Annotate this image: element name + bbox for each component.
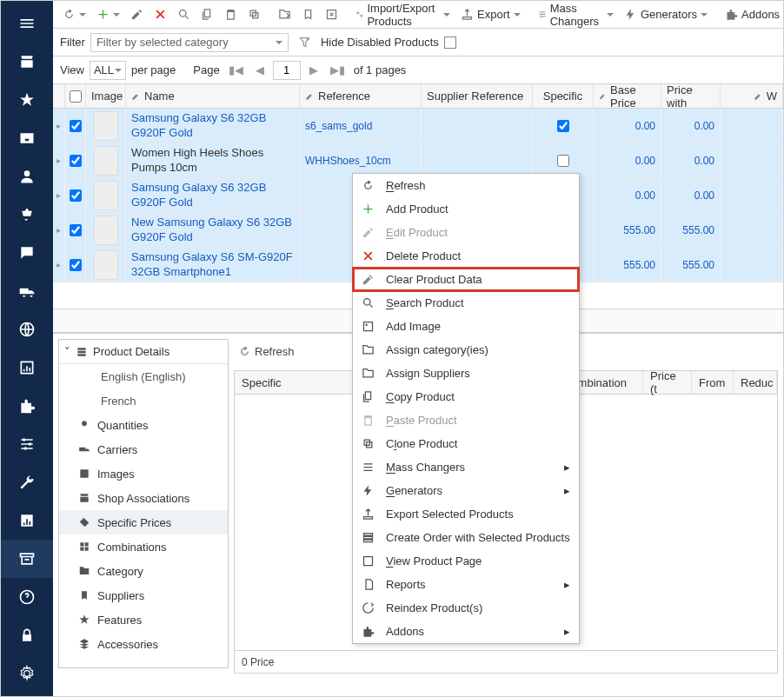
menu-create-order-with-selected-products[interactable]: Create Order with Selected Products bbox=[353, 526, 579, 549]
pager-last[interactable]: ▶▮ bbox=[327, 63, 349, 76]
product-name-link[interactable]: Samsung Galaxy S6 SM-G920F 32GB Smartpho… bbox=[131, 250, 294, 279]
row-checkbox[interactable] bbox=[70, 155, 82, 167]
nav-puzzle[interactable] bbox=[1, 387, 53, 425]
detail-item-quantities[interactable]: Quantities bbox=[59, 413, 228, 437]
menu-search-product[interactable]: Search Product bbox=[353, 291, 579, 315]
detail-col[interactable]: Price (t bbox=[643, 371, 692, 394]
detail-item-carriers[interactable]: Carriers bbox=[59, 437, 228, 461]
expand-icon[interactable]: ▸ bbox=[53, 178, 65, 212]
nav-stats[interactable] bbox=[1, 348, 53, 387]
pager-prev[interactable]: ◀ bbox=[252, 63, 268, 76]
pager-first[interactable]: ▮◀ bbox=[225, 63, 247, 76]
search-button[interactable] bbox=[173, 5, 195, 23]
nav-lock[interactable] bbox=[1, 616, 53, 654]
assign-sup-button[interactable] bbox=[297, 5, 319, 23]
nav-truck[interactable] bbox=[1, 272, 53, 310]
col-image[interactable]: Image bbox=[86, 84, 126, 108]
expand-icon[interactable]: ▸ bbox=[53, 213, 65, 247]
add-button[interactable] bbox=[92, 5, 124, 23]
col-reference[interactable]: Reference bbox=[300, 84, 422, 108]
nav-chat[interactable] bbox=[1, 234, 53, 272]
clone-button[interactable] bbox=[243, 5, 265, 23]
nav-shop[interactable] bbox=[1, 43, 53, 81]
nav-user[interactable] bbox=[1, 157, 53, 196]
menu-clear-product-data[interactable]: Clear Product Data bbox=[353, 268, 579, 291]
product-name-link[interactable]: Samsung Galaxy S6 32GB G920F Gold bbox=[131, 111, 294, 140]
menu-assign-category-ies-[interactable]: Assign category(ies) bbox=[353, 338, 579, 362]
nav-star[interactable] bbox=[1, 81, 53, 119]
pager-next[interactable]: ▶ bbox=[306, 63, 322, 76]
menu-addons[interactable]: Addons▸ bbox=[353, 620, 579, 643]
expand-icon[interactable]: ▸ bbox=[53, 109, 65, 143]
row-checkbox[interactable] bbox=[70, 259, 82, 271]
menu-clone-product[interactable]: Clone Product bbox=[353, 432, 579, 455]
addons-button[interactable]: Addons bbox=[721, 5, 784, 23]
detail-item-features[interactable]: Features bbox=[59, 607, 228, 632]
detail-item-suppliers[interactable]: Suppliers bbox=[59, 583, 228, 607]
menu-assign-suppliers[interactable]: Assign Suppliers bbox=[353, 362, 579, 385]
nav-help[interactable] bbox=[1, 578, 53, 616]
specific-checkbox[interactable] bbox=[557, 120, 569, 132]
table-row[interactable]: ▸ Samsung Galaxy S6 32GB G920F Gold s6_s… bbox=[53, 109, 783, 143]
select-all-checkbox[interactable] bbox=[70, 90, 82, 103]
nav-inbox[interactable] bbox=[1, 119, 53, 157]
product-name-link[interactable]: Samsung Galaxy S6 32GB G920F Gold bbox=[131, 181, 294, 209]
col-w[interactable]: W bbox=[721, 84, 783, 108]
row-checkbox[interactable] bbox=[70, 224, 82, 236]
refresh-button[interactable] bbox=[58, 5, 90, 23]
menu-view-product-page[interactable]: View Product Page bbox=[353, 549, 579, 573]
menu-toggle[interactable] bbox=[1, 4, 53, 43]
hide-disabled-checkbox[interactable] bbox=[444, 37, 456, 49]
detail-col[interactable]: Reduc bbox=[734, 371, 777, 394]
specific-checkbox[interactable] bbox=[557, 155, 569, 167]
detail-item-category[interactable]: Category bbox=[59, 559, 228, 583]
delete-button[interactable] bbox=[149, 5, 171, 23]
nav-settings[interactable] bbox=[1, 654, 53, 693]
detail-col[interactable]: From bbox=[692, 371, 734, 394]
menu-copy-product[interactable]: Copy Product bbox=[353, 385, 579, 408]
col-base-price[interactable]: Base Price bbox=[594, 84, 661, 108]
language-item[interactable]: French bbox=[59, 388, 228, 413]
detail-item-accessories[interactable]: Accessories bbox=[59, 632, 228, 656]
detail-item-images[interactable]: Images bbox=[59, 461, 228, 486]
page-input[interactable] bbox=[273, 61, 301, 80]
language-item[interactable]: English (English) bbox=[59, 364, 228, 388]
copy-button[interactable] bbox=[196, 5, 218, 23]
nav-archive[interactable] bbox=[1, 540, 53, 578]
export-button[interactable]: Export bbox=[456, 5, 525, 23]
filter-combo[interactable]: Filter by selected category bbox=[90, 33, 289, 52]
nav-cart[interactable] bbox=[1, 196, 53, 234]
nav-chart[interactable] bbox=[1, 501, 53, 540]
col-specific[interactable]: Specific bbox=[533, 84, 594, 108]
menu-reindex-product-s-[interactable]: Reindex Product(s) bbox=[353, 596, 579, 620]
menu-mass-changers[interactable]: Mass Changers▸ bbox=[353, 455, 579, 479]
generators-button[interactable]: Generators bbox=[620, 5, 712, 23]
product-details-header[interactable]: ˅ Product Details bbox=[59, 340, 228, 364]
row-checkbox[interactable] bbox=[70, 120, 82, 132]
col-name[interactable]: Name bbox=[126, 84, 300, 108]
product-name-link[interactable]: New Samsung Galaxy S6 32GB G920F Gold bbox=[131, 216, 294, 244]
nav-wrench[interactable] bbox=[1, 463, 53, 501]
menu-add-product[interactable]: Add Product bbox=[353, 197, 579, 221]
row-checkbox[interactable] bbox=[70, 189, 82, 202]
menu-generators[interactable]: Generators▸ bbox=[353, 479, 579, 502]
expand-icon[interactable]: ▸ bbox=[53, 143, 65, 177]
nav-sliders[interactable] bbox=[1, 425, 53, 463]
detail-refresh-button[interactable]: Refresh bbox=[234, 342, 299, 361]
filter-clear-button[interactable] bbox=[294, 33, 316, 51]
menu-export-selected-products[interactable]: Export Selected Products bbox=[353, 502, 579, 526]
detail-item-specific-prices[interactable]: Specific Prices bbox=[59, 510, 228, 534]
nav-globe[interactable] bbox=[1, 310, 53, 348]
edit-button[interactable] bbox=[126, 5, 148, 23]
menu-reports[interactable]: Reports▸ bbox=[353, 573, 579, 596]
mass-changers-button[interactable]: Mass Changers bbox=[534, 0, 618, 30]
expand-icon[interactable]: ▸ bbox=[53, 248, 65, 282]
detail-item-combinations[interactable]: Combinations bbox=[59, 534, 228, 559]
perpage-combo[interactable]: ALL bbox=[90, 61, 126, 80]
menu-add-image[interactable]: Add Image bbox=[353, 315, 579, 338]
assign-cat-button[interactable] bbox=[274, 5, 296, 23]
import-export-button[interactable]: Import/Export Products bbox=[351, 0, 455, 30]
detail-item-shop-associations[interactable]: Shop Associations bbox=[59, 486, 228, 510]
col-price-with[interactable]: Price with bbox=[661, 84, 721, 108]
col-supplier-ref[interactable]: Supplier Reference bbox=[422, 84, 533, 108]
